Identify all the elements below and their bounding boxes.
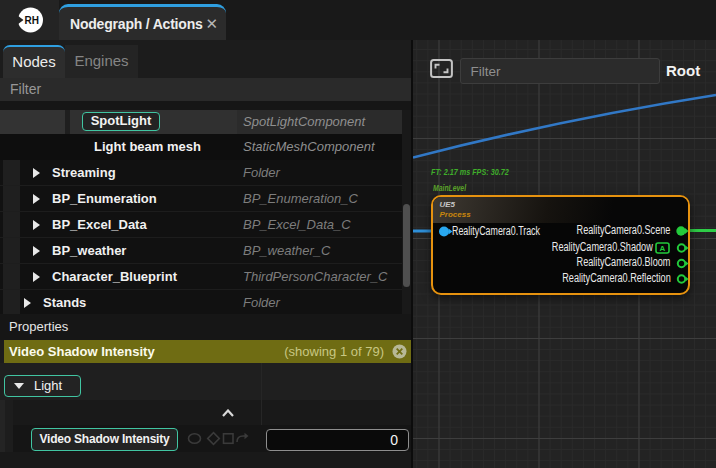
svg-text:A: A xyxy=(659,244,665,253)
svg-text:RH: RH xyxy=(25,15,39,26)
